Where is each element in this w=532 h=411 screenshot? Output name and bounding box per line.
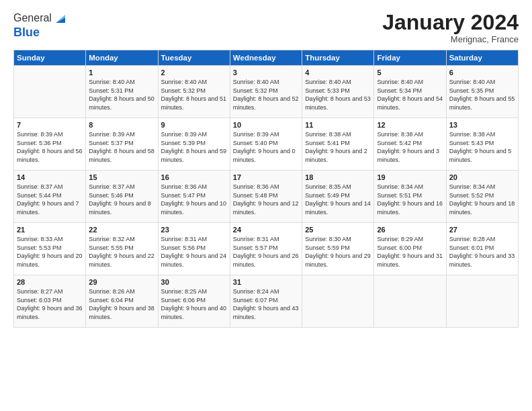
day-number: 12	[377, 121, 443, 129]
table-row: 24Sunrise: 8:31 AMSunset: 5:57 PMDayligh…	[230, 223, 302, 275]
day-number: 7	[17, 121, 83, 129]
cell-text: Sunrise: 8:37 AMSunset: 5:44 PMDaylight:…	[17, 183, 79, 216]
logo-general-text: General	[13, 12, 52, 24]
col-saturday: Saturday	[446, 50, 518, 66]
day-number: 24	[233, 226, 299, 234]
cell-text: Sunrise: 8:31 AMSunset: 5:57 PMDaylight:…	[233, 236, 299, 268]
col-thursday: Thursday	[302, 50, 374, 66]
table-row: 17Sunrise: 8:36 AMSunset: 5:48 PMDayligh…	[230, 171, 302, 223]
cell-text: Sunrise: 8:38 AMSunset: 5:43 PMDaylight:…	[449, 131, 512, 163]
month-title: January 2024	[382, 11, 519, 34]
table-row: 5Sunrise: 8:40 AMSunset: 5:34 PMDaylight…	[374, 66, 446, 118]
cell-text: Sunrise: 8:39 AMSunset: 5:37 PMDaylight:…	[89, 131, 154, 163]
day-number: 11	[305, 121, 371, 129]
table-row: 21Sunrise: 8:33 AMSunset: 5:53 PMDayligh…	[14, 223, 86, 275]
day-number: 15	[89, 173, 154, 181]
day-number: 13	[449, 121, 515, 129]
table-row	[446, 275, 518, 328]
logo-icon	[53, 11, 68, 26]
table-row	[302, 275, 374, 328]
cell-text: Sunrise: 8:28 AMSunset: 6:01 PMDaylight:…	[449, 236, 515, 268]
logo-blue-text: Blue	[13, 26, 40, 39]
table-row: 19Sunrise: 8:34 AMSunset: 5:51 PMDayligh…	[374, 171, 446, 223]
cell-text: Sunrise: 8:32 AMSunset: 5:55 PMDaylight:…	[89, 236, 154, 268]
calendar-row-3: 21Sunrise: 8:33 AMSunset: 5:53 PMDayligh…	[14, 223, 519, 275]
cell-text: Sunrise: 8:40 AMSunset: 5:35 PMDaylight:…	[449, 79, 515, 111]
table-row: 3Sunrise: 8:40 AMSunset: 5:32 PMDaylight…	[230, 66, 302, 118]
col-friday: Friday	[374, 50, 446, 66]
col-tuesday: Tuesday	[158, 50, 230, 66]
cell-text: Sunrise: 8:40 AMSunset: 5:32 PMDaylight:…	[161, 79, 227, 111]
table-row: 16Sunrise: 8:36 AMSunset: 5:47 PMDayligh…	[158, 171, 230, 223]
cell-text: Sunrise: 8:35 AMSunset: 5:49 PMDaylight:…	[305, 183, 371, 216]
table-row: 11Sunrise: 8:38 AMSunset: 5:41 PMDayligh…	[302, 118, 374, 171]
table-row	[374, 275, 446, 328]
day-number: 22	[89, 226, 154, 234]
day-number: 17	[233, 173, 299, 181]
calendar-page: General Blue January 2024 Merignac, Fran…	[0, 0, 532, 411]
table-row: 2Sunrise: 8:40 AMSunset: 5:32 PMDaylight…	[158, 66, 230, 118]
cell-text: Sunrise: 8:30 AMSunset: 5:59 PMDaylight:…	[305, 236, 371, 268]
table-row: 4Sunrise: 8:40 AMSunset: 5:33 PMDaylight…	[302, 66, 374, 118]
day-number: 27	[449, 226, 515, 234]
cell-text: Sunrise: 8:26 AMSunset: 6:04 PMDaylight:…	[89, 288, 154, 320]
day-number: 21	[17, 226, 83, 234]
table-row: 15Sunrise: 8:37 AMSunset: 5:46 PMDayligh…	[86, 171, 158, 223]
table-row	[14, 66, 86, 118]
cell-text: Sunrise: 8:38 AMSunset: 5:41 PMDaylight:…	[305, 131, 367, 163]
table-row: 27Sunrise: 8:28 AMSunset: 6:01 PMDayligh…	[446, 223, 518, 275]
cell-text: Sunrise: 8:37 AMSunset: 5:46 PMDaylight:…	[89, 183, 151, 216]
header: General Blue January 2024 Merignac, Fran…	[13, 11, 519, 44]
cell-text: Sunrise: 8:36 AMSunset: 5:48 PMDaylight:…	[233, 183, 299, 216]
day-number: 19	[377, 173, 443, 181]
location-subtitle: Merignac, France	[382, 34, 519, 44]
day-number: 25	[305, 226, 371, 234]
calendar-table: Sunday Monday Tuesday Wednesday Thursday…	[13, 50, 519, 328]
cell-text: Sunrise: 8:27 AMSunset: 6:03 PMDaylight:…	[17, 288, 83, 320]
table-row: 28Sunrise: 8:27 AMSunset: 6:03 PMDayligh…	[14, 275, 86, 328]
table-row: 14Sunrise: 8:37 AMSunset: 5:44 PMDayligh…	[14, 171, 86, 223]
table-row: 20Sunrise: 8:34 AMSunset: 5:52 PMDayligh…	[446, 171, 518, 223]
col-wednesday: Wednesday	[230, 50, 302, 66]
day-number: 31	[233, 278, 299, 286]
table-row: 25Sunrise: 8:30 AMSunset: 5:59 PMDayligh…	[302, 223, 374, 275]
day-number: 8	[89, 121, 154, 129]
day-number: 10	[233, 121, 299, 129]
table-row: 30Sunrise: 8:25 AMSunset: 6:06 PMDayligh…	[158, 275, 230, 328]
calendar-row-0: 1Sunrise: 8:40 AMSunset: 5:31 PMDaylight…	[14, 66, 519, 118]
day-number: 4	[305, 68, 371, 77]
col-sunday: Sunday	[14, 50, 86, 66]
day-number: 20	[449, 173, 515, 181]
cell-text: Sunrise: 8:29 AMSunset: 6:00 PMDaylight:…	[377, 236, 443, 268]
cell-text: Sunrise: 8:34 AMSunset: 5:51 PMDaylight:…	[377, 183, 443, 216]
cell-text: Sunrise: 8:39 AMSunset: 5:36 PMDaylight:…	[17, 131, 83, 163]
calendar-row-2: 14Sunrise: 8:37 AMSunset: 5:44 PMDayligh…	[14, 171, 519, 223]
title-block: January 2024 Merignac, France	[382, 11, 519, 44]
cell-text: Sunrise: 8:40 AMSunset: 5:32 PMDaylight:…	[233, 79, 299, 111]
table-row: 23Sunrise: 8:31 AMSunset: 5:56 PMDayligh…	[158, 223, 230, 275]
cell-text: Sunrise: 8:24 AMSunset: 6:07 PMDaylight:…	[233, 288, 299, 320]
day-number: 5	[377, 68, 443, 77]
day-number: 14	[17, 173, 83, 181]
cell-text: Sunrise: 8:39 AMSunset: 5:40 PMDaylight:…	[233, 131, 296, 163]
cell-text: Sunrise: 8:38 AMSunset: 5:42 PMDaylight:…	[377, 131, 439, 163]
col-monday: Monday	[86, 50, 158, 66]
day-number: 3	[233, 68, 299, 77]
day-number: 2	[161, 68, 227, 77]
day-number: 9	[161, 121, 227, 129]
cell-text: Sunrise: 8:40 AMSunset: 5:34 PMDaylight:…	[377, 79, 443, 111]
table-row: 6Sunrise: 8:40 AMSunset: 5:35 PMDaylight…	[446, 66, 518, 118]
table-row: 18Sunrise: 8:35 AMSunset: 5:49 PMDayligh…	[302, 171, 374, 223]
day-number: 28	[17, 278, 83, 286]
day-number: 23	[161, 226, 227, 234]
table-row: 22Sunrise: 8:32 AMSunset: 5:55 PMDayligh…	[86, 223, 158, 275]
day-number: 18	[305, 173, 371, 181]
day-number: 29	[89, 278, 154, 286]
cell-text: Sunrise: 8:40 AMSunset: 5:33 PMDaylight:…	[305, 79, 371, 111]
day-number: 30	[161, 278, 227, 286]
cell-text: Sunrise: 8:36 AMSunset: 5:47 PMDaylight:…	[161, 183, 227, 216]
logo: General Blue	[13, 11, 68, 40]
table-row: 9Sunrise: 8:39 AMSunset: 5:39 PMDaylight…	[158, 118, 230, 171]
calendar-row-1: 7Sunrise: 8:39 AMSunset: 5:36 PMDaylight…	[14, 118, 519, 171]
cell-text: Sunrise: 8:31 AMSunset: 5:56 PMDaylight:…	[161, 236, 227, 268]
